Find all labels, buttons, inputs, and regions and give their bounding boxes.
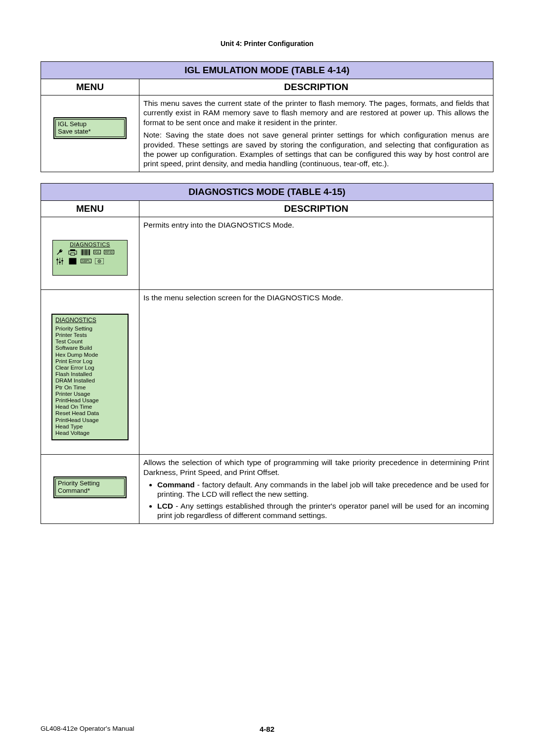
diag-desc-hdr: DESCRIPTION	[139, 200, 493, 217]
lcd-title: DIAGNOSTICS	[55, 317, 125, 324]
list-item: LCD - Any settings established through t…	[157, 501, 489, 520]
list-item: Test Count	[55, 338, 125, 345]
badge-rfid: RFID	[104, 250, 114, 254]
desc-paragraph: Is the menu selection screen for the DIA…	[143, 293, 489, 302]
svg-rect-9	[88, 249, 89, 255]
igl-row0-menu: IGL Setup Save state*	[41, 95, 139, 172]
svg-rect-17	[69, 258, 76, 264]
footer-manual-name: GL408-412e Operator's Manual	[41, 725, 134, 732]
diag-row1-desc: Is the menu selection screen for the DIA…	[139, 289, 493, 455]
badge-igl: IGL	[93, 250, 101, 254]
list-item: Printer Tests	[55, 332, 125, 338]
list-item: Hex Dump Mode	[55, 352, 125, 358]
bullet-list: Command - factory default. Any commands …	[143, 480, 489, 520]
lcd-diagnostics-icons: DIAGNOSTICS IGL RFID	[52, 240, 128, 276]
list-item: PrintHead Usage	[55, 397, 125, 404]
lcd-diagnostics-list: DIAGNOSTICS Priority SettingPrinter Test…	[51, 314, 129, 441]
lcd-line: IGL Setup	[58, 121, 122, 128]
list-item: Head Type	[55, 424, 125, 430]
desc-paragraph: Permits entry into the DIAGNOSTICS Mode.	[143, 220, 489, 230]
list-item: Head Voltage	[55, 430, 125, 436]
svg-rect-8	[87, 249, 88, 255]
list-item: Ptr On Time	[55, 384, 125, 391]
list-item: PrintHead Usage	[55, 417, 125, 424]
svg-point-20	[99, 261, 100, 262]
lcd-list-items: Priority SettingPrinter TestsTest CountS…	[55, 326, 125, 437]
diag-row1-menu: DIAGNOSTICS Priority SettingPrinter Test…	[41, 289, 139, 455]
svg-rect-15	[59, 262, 61, 263]
svg-rect-2	[71, 253, 75, 255]
list-item: Flash Installed	[55, 371, 125, 378]
list-item: Printer Usage	[55, 391, 125, 397]
igl-menu-hdr: MENU	[41, 79, 139, 95]
lcd-priority-setting: Priority Setting Command*	[53, 476, 127, 498]
lcd-igl-setup: IGL Setup Save state*	[53, 117, 127, 139]
svg-rect-4	[82, 249, 83, 255]
svg-rect-6	[85, 249, 85, 255]
printer-icon	[68, 248, 78, 256]
barcode-icon	[81, 248, 90, 256]
wrench-icon	[55, 248, 65, 256]
diag-row0-menu: DIAGNOSTICS IGL RFID	[41, 217, 139, 289]
svg-rect-1	[70, 249, 75, 251]
list-item: Command - factory default. Any commands …	[157, 480, 489, 499]
diag-menu-hdr: MENU	[41, 200, 139, 217]
igl-table-title: IGL EMULATION MODE (TABLE 4-14)	[41, 62, 493, 79]
igl-desc-hdr: DESCRIPTION	[139, 79, 493, 95]
lcd-icon-grid: IGL RFID SBPL	[55, 248, 125, 265]
unit-header: Unit 4: Printer Configuration	[41, 40, 493, 47]
igl-table: IGL EMULATION MODE (TABLE 4-14) MENU DES…	[41, 61, 493, 172]
lcd-title: DIAGNOSTICS	[55, 241, 125, 247]
diag-row2-desc: Allows the selection of which type of pr…	[139, 455, 493, 523]
sliders-icon	[55, 257, 65, 265]
lcd-line: Command*	[58, 487, 122, 495]
list-item: Software Build	[55, 345, 125, 351]
badge-sbpl: SBPL	[81, 259, 91, 263]
desc-paragraph: Allows the selection of which type of pr…	[143, 458, 489, 477]
igl-row0-desc: This menu saves the current state of the…	[139, 95, 493, 172]
eye-icon	[94, 257, 104, 265]
svg-rect-16	[61, 260, 63, 261]
svg-rect-7	[86, 249, 87, 255]
list-item: Clear Error Log	[55, 365, 125, 371]
svg-rect-5	[84, 249, 84, 255]
desc-paragraph: Note: Saving the state does not save gen…	[143, 130, 489, 169]
svg-rect-10	[89, 249, 90, 255]
list-item: Reset Head Data	[55, 410, 125, 417]
lcd-line: Priority Setting	[58, 480, 122, 487]
svg-rect-3	[81, 249, 82, 255]
diag-row2-menu: Priority Setting Command*	[41, 455, 139, 523]
diag-table: DIAGNOSTICS MODE (TABLE 4-15) MENU DESCR…	[41, 183, 493, 524]
list-item: Head On Time	[55, 404, 125, 410]
list-item: DRAM Installed	[55, 378, 125, 384]
list-item: Print Error Log	[55, 358, 125, 365]
ribbon-icon	[68, 257, 78, 265]
page-footer: GL408-412e Operator's Manual 4-82	[41, 725, 493, 732]
list-item: Priority Setting	[55, 326, 125, 332]
desc-paragraph: This menu saves the current state of the…	[143, 98, 489, 127]
lcd-line: Save state*	[58, 128, 122, 136]
svg-rect-14	[56, 259, 58, 260]
diag-table-title: DIAGNOSTICS MODE (TABLE 4-15)	[41, 183, 493, 200]
diag-row0-desc: Permits entry into the DIAGNOSTICS Mode.	[139, 217, 493, 289]
